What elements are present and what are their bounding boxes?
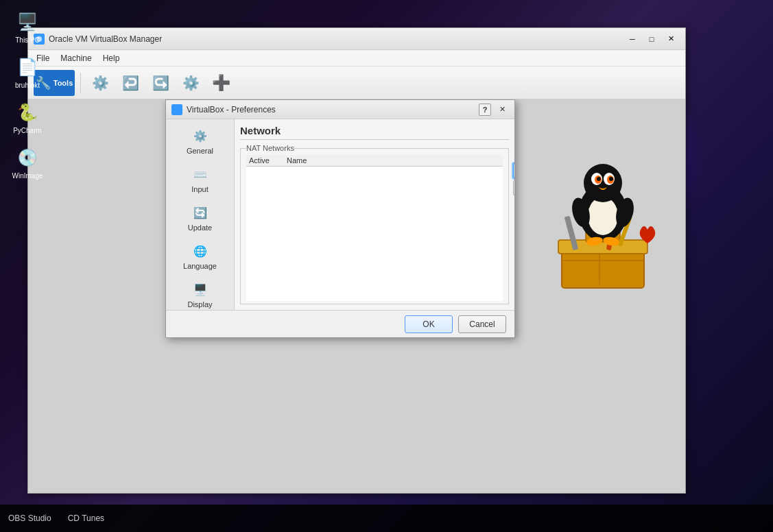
remove-nat-button[interactable] bbox=[513, 180, 514, 195]
nav-item-input[interactable]: ⌨️ Input bbox=[166, 160, 234, 199]
cancel-button[interactable]: Cancel bbox=[458, 315, 506, 333]
nat-side-buttons: + bbox=[513, 163, 514, 195]
nat-networks-fieldset: NAT Networks Active Name bbox=[240, 144, 509, 304]
taskbar-item-cd-tunes[interactable]: CD Tunes bbox=[60, 505, 112, 532]
tools-label: Tools bbox=[53, 79, 73, 87]
dialog-help-button[interactable]: ? bbox=[479, 104, 491, 116]
vbox-content-area: VirtualBox - Preferences ? ✕ ⚙️ General … bbox=[28, 99, 685, 493]
svg-point-27 bbox=[609, 177, 613, 181]
nav-item-update[interactable]: 🔄 Update bbox=[166, 199, 234, 237]
dialog-titlebar-icon bbox=[171, 104, 182, 115]
nav-item-general[interactable]: ⚙️ General bbox=[166, 122, 234, 160]
svg-point-26 bbox=[597, 177, 601, 181]
toolbar-forward-button[interactable]: ↪️ bbox=[147, 70, 174, 96]
obs-label: OBS Studio bbox=[8, 513, 51, 523]
pycharm-icon: 🐍 bbox=[15, 100, 40, 125]
language-nav-label: Language bbox=[183, 262, 217, 270]
nat-table-body bbox=[246, 167, 503, 301]
col-name-header: Name bbox=[287, 156, 500, 165]
general-nav-icon: ⚙️ bbox=[192, 128, 209, 144]
dialog-footer: OK Cancel bbox=[166, 310, 514, 337]
this-pc-label: This PC bbox=[15, 36, 40, 44]
vbox-minimize-button[interactable]: ─ bbox=[623, 32, 641, 46]
taskbar: OBS Studio CD Tunes bbox=[0, 505, 773, 532]
nat-networks-container: NAT Networks Active Name bbox=[240, 144, 509, 304]
vbox-titlebar: Oracle VM VirtualBox Manager ─ □ ✕ bbox=[28, 28, 685, 50]
section-title: Network bbox=[240, 125, 509, 140]
add-nat-button[interactable]: + bbox=[513, 163, 514, 178]
dialog-main-content: Network NAT Networks Active Name bbox=[235, 119, 514, 310]
update-nav-icon: 🔄 bbox=[192, 204, 209, 221]
desktop-icon-bruh[interactable]: 📄 bruh.pkt bbox=[0, 51, 55, 93]
nav-item-language[interactable]: 🌐 Language bbox=[166, 237, 234, 276]
desktop-icons: 🖥️ This PC 📄 bruh.pkt 🐍 PyCharm 💿 WinIma… bbox=[0, 0, 55, 189]
desktop-icon-winimage[interactable]: 💿 WinImage bbox=[0, 141, 55, 184]
toolbar-back-button[interactable]: ↩️ bbox=[117, 70, 144, 96]
svg-point-21 bbox=[584, 164, 622, 202]
bruh-label: bruh.pkt bbox=[15, 82, 40, 89]
dialog-titlebar: VirtualBox - Preferences ? ✕ bbox=[166, 100, 514, 119]
desktop-icon-this-pc[interactable]: 🖥️ This PC bbox=[0, 5, 55, 48]
dialog-close-button[interactable]: ✕ bbox=[495, 104, 509, 116]
vbox-maximize-button[interactable]: □ bbox=[643, 32, 661, 46]
dialog-nav: ⚙️ General ⌨️ Input 🔄 Update 🌐 Language bbox=[166, 119, 235, 310]
display-nav-icon: 🖥️ bbox=[192, 281, 209, 298]
ok-button[interactable]: OK bbox=[405, 315, 453, 333]
menu-help[interactable]: Help bbox=[97, 52, 126, 64]
vbox-close-button[interactable]: ✕ bbox=[662, 32, 680, 46]
input-nav-icon: ⌨️ bbox=[192, 166, 209, 182]
toolbar-gear-button[interactable]: ⚙️ bbox=[177, 70, 204, 96]
menu-machine[interactable]: Machine bbox=[55, 52, 97, 64]
svg-rect-2 bbox=[174, 106, 180, 113]
dialog-title-text: VirtualBox - Preferences bbox=[187, 105, 479, 114]
winimage-icon: 💿 bbox=[15, 145, 40, 170]
toolbar-add-button[interactable]: ➕ bbox=[207, 70, 235, 96]
update-nav-label: Update bbox=[188, 223, 212, 232]
this-pc-icon: 🖥️ bbox=[15, 10, 40, 34]
language-nav-icon: 🌐 bbox=[192, 243, 209, 259]
vbox-win-controls: ─ □ ✕ bbox=[623, 32, 680, 46]
bruh-icon: 📄 bbox=[15, 55, 40, 80]
nav-item-display[interactable]: 🖥️ Display bbox=[166, 276, 234, 310]
preferences-dialog: VirtualBox - Preferences ? ✕ ⚙️ General … bbox=[165, 99, 515, 338]
nat-table-header: Active Name bbox=[246, 155, 503, 167]
dialog-body: ⚙️ General ⌨️ Input 🔄 Update 🌐 Language bbox=[166, 119, 514, 310]
nat-networks-legend: NAT Networks bbox=[246, 144, 294, 152]
input-nav-label: Input bbox=[191, 185, 208, 193]
pycharm-label: PyCharm bbox=[13, 127, 42, 134]
display-nav-label: Display bbox=[187, 300, 212, 309]
tux-svg bbox=[541, 147, 665, 298]
vbox-toolbar: 🔧 Tools ⚙️ ↩️ ↪️ ⚙️ ➕ bbox=[28, 66, 685, 99]
svg-point-20 bbox=[588, 197, 618, 235]
winimage-label: WinImage bbox=[12, 172, 43, 180]
vbox-title-text: Oracle VM VirtualBox Manager bbox=[49, 34, 623, 44]
col-active-header: Active bbox=[249, 156, 287, 165]
vbox-menubar: File Machine Help bbox=[28, 50, 685, 66]
dialog-controls: ? ✕ bbox=[479, 104, 509, 116]
toolbar-separator bbox=[80, 73, 81, 93]
toolbar-settings-button[interactable]: ⚙️ bbox=[86, 70, 114, 96]
taskbar-item-obs[interactable]: OBS Studio bbox=[0, 505, 60, 532]
tux-illustration bbox=[534, 134, 671, 312]
virtualbox-window: Oracle VM VirtualBox Manager ─ □ ✕ File … bbox=[27, 27, 686, 494]
cd-tunes-label: CD Tunes bbox=[68, 513, 104, 523]
desktop-icon-pycharm[interactable]: 🐍 PyCharm bbox=[0, 96, 55, 138]
general-nav-label: General bbox=[187, 147, 213, 155]
